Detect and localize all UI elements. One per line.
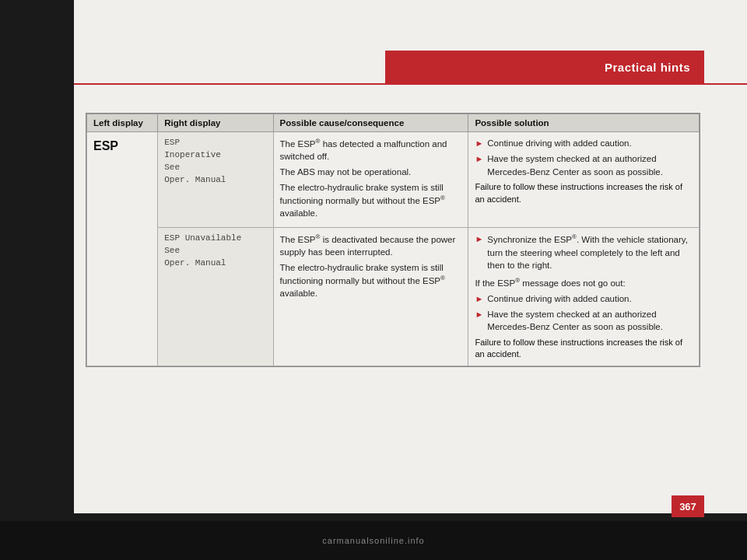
- arrow-icon: ►: [475, 153, 483, 166]
- main-table: Left display Right display Possible caus…: [86, 114, 700, 366]
- solution-bullet: ► Continue driving with added caution.: [475, 137, 693, 150]
- cell-cause-2: The ESP® is deactivated because the powe…: [273, 228, 468, 366]
- header-line: [74, 83, 747, 85]
- solution-bullet: ► Synchronize the ESP®. With the vehicle…: [475, 233, 693, 272]
- bottom-bar-text: carmanualsoniline.info: [322, 536, 424, 545]
- table-row: ESP UnavailableSeeOper. Manual The ESP® …: [87, 228, 700, 366]
- solution-bullet: ► Have the system checked at an authoriz…: [475, 152, 693, 178]
- warning-text: Failure to follow these instructions inc…: [475, 337, 693, 361]
- solution-bullet: ► Continue driving with added caution.: [475, 292, 693, 306]
- header-title: Practical hints: [605, 61, 690, 74]
- cell-solution-1: ► Continue driving with added caution. ►…: [468, 132, 700, 228]
- cell-right-display-1: ESPInoperativeSeeOper. Manual: [158, 132, 273, 228]
- cell-right-display-2: ESP UnavailableSeeOper. Manual: [158, 228, 273, 366]
- arrow-icon: ►: [475, 309, 483, 321]
- table-header-row: Left display Right display Possible caus…: [87, 114, 700, 132]
- cell-left-display-esp: ESP: [87, 132, 158, 366]
- bottom-bar: carmanualsoniline.info: [0, 521, 747, 560]
- col-cause: Possible cause/consequence: [273, 114, 468, 132]
- header-bar: Practical hints: [385, 51, 704, 83]
- cell-cause-1: The ESP® has detected a malfunction and …: [273, 132, 468, 228]
- page-number-box: 367: [672, 495, 704, 517]
- page-number: 367: [679, 501, 696, 513]
- cell-solution-2: ► Synchronize the ESP®. With the vehicle…: [468, 228, 700, 366]
- table-container: Left display Right display Possible caus…: [86, 113, 700, 367]
- col-right-display: Right display: [158, 114, 273, 132]
- arrow-icon: ►: [475, 138, 483, 150]
- warning-text: Failure to follow these instructions inc…: [475, 181, 693, 205]
- arrow-icon: ►: [475, 293, 483, 306]
- col-solution: Possible solution: [468, 114, 700, 132]
- arrow-icon: ►: [475, 233, 483, 246]
- col-left-display: Left display: [87, 114, 158, 132]
- table-row: ESP ESPInoperativeSeeOper. Manual The ES…: [87, 132, 700, 228]
- solution-bullet: ► Have the system checked at an authoriz…: [475, 308, 693, 334]
- if-text: If the ESP® message does not go out:: [475, 276, 693, 290]
